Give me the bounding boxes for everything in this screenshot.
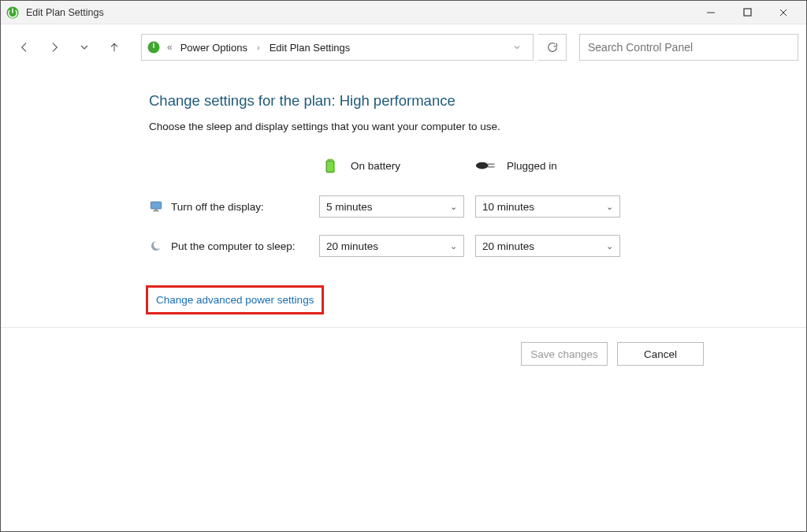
history-chevrons-icon[interactable]: «: [167, 42, 173, 53]
row-put-to-sleep: Put the computer to sleep: 20 minutes ⌄ …: [149, 235, 806, 257]
display-battery-value: 5 minutes: [326, 201, 373, 213]
up-button[interactable]: [102, 35, 127, 60]
save-changes-label: Save changes: [530, 348, 598, 360]
display-battery-dropdown[interactable]: 5 minutes ⌄: [319, 195, 464, 218]
svg-rect-9: [488, 163, 495, 165]
svg-rect-4: [153, 43, 154, 48]
power-options-icon: [147, 40, 161, 54]
page-heading: Change settings for the plan: High perfo…: [149, 92, 806, 110]
toolbar: « Power Options › Edit Plan Settings: [1, 24, 806, 70]
breadcrumb-power-options[interactable]: Power Options: [179, 39, 249, 57]
breadcrumb-edit-plan-settings[interactable]: Edit Plan Settings: [268, 39, 352, 57]
svg-rect-2: [744, 9, 751, 16]
chevron-down-icon: ⌄: [450, 202, 457, 212]
column-headers: On battery Plugged in: [149, 154, 806, 177]
window-title: Edit Plan Settings: [26, 7, 104, 18]
cancel-label: Cancel: [644, 348, 677, 360]
monitor-icon: [149, 199, 163, 214]
sleep-battery-value: 20 minutes: [326, 240, 378, 252]
address-bar[interactable]: « Power Options › Edit Plan Settings: [141, 34, 534, 61]
search-input[interactable]: [588, 41, 790, 54]
put-to-sleep-label: Put the computer to sleep:: [171, 240, 296, 252]
address-dropdown-button[interactable]: [506, 36, 528, 58]
sleep-plugged-value: 20 minutes: [482, 240, 534, 252]
plug-icon: [475, 154, 497, 177]
back-button[interactable]: [12, 35, 37, 60]
svg-rect-5: [327, 159, 333, 161]
svg-rect-12: [154, 210, 158, 211]
moon-icon: [149, 239, 163, 253]
plugged-in-label: Plugged in: [507, 160, 557, 172]
chevron-right-icon: ›: [255, 43, 262, 52]
page-subtext: Choose the sleep and display settings th…: [149, 121, 806, 132]
change-advanced-power-settings-link[interactable]: Change advanced power settings: [156, 294, 314, 306]
display-plugged-value: 10 minutes: [482, 201, 534, 213]
recent-locations-button[interactable]: [72, 35, 97, 60]
svg-rect-13: [153, 210, 159, 211]
turn-off-display-label: Turn off the display:: [171, 201, 264, 213]
svg-rect-1: [12, 8, 13, 13]
svg-rect-10: [488, 166, 495, 168]
highlight-box: Change advanced power settings: [146, 285, 324, 314]
power-options-icon: [6, 6, 20, 20]
main-content: Change settings for the plan: High perfo…: [1, 70, 806, 314]
sleep-battery-dropdown[interactable]: 20 minutes ⌄: [319, 235, 464, 257]
plugged-in-column-header: Plugged in: [475, 154, 631, 177]
svg-rect-7: [327, 162, 333, 172]
svg-rect-11: [151, 202, 162, 209]
chevron-down-icon: ⌄: [606, 241, 613, 251]
cancel-button[interactable]: Cancel: [617, 342, 704, 366]
chevron-down-icon: ⌄: [450, 241, 457, 251]
svg-point-8: [476, 162, 489, 169]
close-button[interactable]: [765, 1, 801, 24]
minimize-button[interactable]: [693, 1, 729, 24]
save-changes-button[interactable]: Save changes: [521, 342, 608, 366]
on-battery-column-header: On battery: [319, 154, 475, 177]
search-box[interactable]: [579, 34, 798, 61]
display-plugged-dropdown[interactable]: 10 minutes ⌄: [475, 195, 620, 218]
title-bar: Edit Plan Settings: [1, 1, 806, 24]
refresh-button[interactable]: [538, 34, 567, 61]
on-battery-label: On battery: [351, 160, 400, 172]
battery-icon: [319, 154, 341, 177]
footer-buttons: Save changes Cancel: [1, 328, 806, 366]
maximize-button[interactable]: [729, 1, 765, 24]
forward-button[interactable]: [42, 35, 67, 60]
sleep-plugged-dropdown[interactable]: 20 minutes ⌄: [475, 235, 620, 257]
chevron-down-icon: ⌄: [606, 202, 613, 212]
row-turn-off-display: Turn off the display: 5 minutes ⌄ 10 min…: [149, 195, 806, 218]
svg-point-15: [154, 240, 162, 249]
